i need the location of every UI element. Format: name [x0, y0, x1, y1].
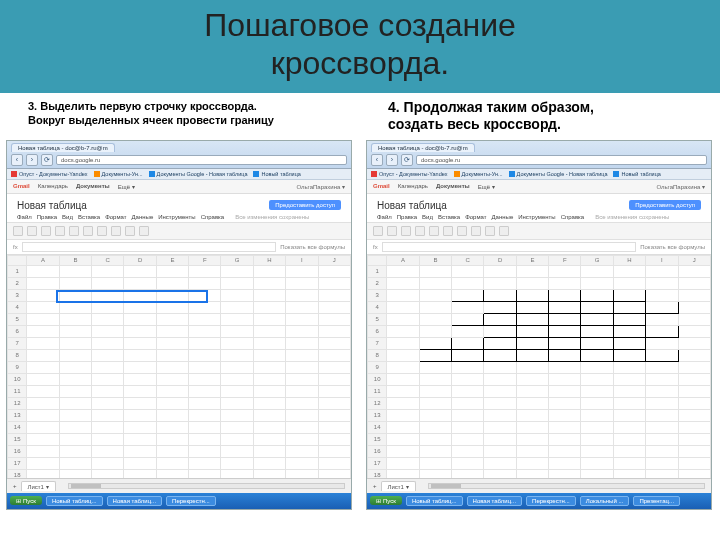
cell[interactable] [318, 265, 351, 277]
cell[interactable] [221, 265, 253, 277]
menu-insert[interactable]: Вставка [438, 214, 460, 220]
documents-link[interactable]: Документы [436, 183, 470, 189]
cell[interactable] [27, 469, 59, 478]
cell[interactable] [613, 385, 645, 397]
cell[interactable] [286, 289, 318, 301]
cell[interactable] [678, 457, 711, 469]
cell[interactable] [419, 337, 451, 349]
sheet-tab[interactable]: Лист1 ▾ [21, 481, 56, 491]
cell[interactable] [387, 301, 419, 313]
menu-data[interactable]: Данные [492, 214, 514, 220]
cell[interactable] [253, 373, 285, 385]
cell[interactable] [419, 457, 451, 469]
cell[interactable] [189, 397, 221, 409]
cell[interactable] [646, 349, 678, 361]
cell[interactable] [549, 397, 581, 409]
cell[interactable] [581, 385, 613, 397]
bookmark-item[interactable]: Новый таблица [253, 171, 300, 177]
cell[interactable] [221, 409, 253, 421]
menu-file[interactable]: Файл [17, 214, 32, 220]
toolbar-button[interactable] [429, 226, 439, 236]
cell[interactable] [387, 445, 419, 457]
cell[interactable] [92, 289, 124, 301]
cell[interactable] [452, 349, 484, 361]
cell[interactable] [678, 433, 711, 445]
gmail-link[interactable]: Gmail [13, 183, 30, 189]
cell[interactable] [549, 469, 581, 478]
menu-help[interactable]: Справка [561, 214, 585, 220]
cell[interactable] [613, 421, 645, 433]
scroll-thumb[interactable] [431, 484, 461, 488]
cell[interactable] [581, 349, 613, 361]
menu-data[interactable]: Данные [132, 214, 154, 220]
toolbar-button[interactable] [97, 226, 107, 236]
show-formulas-link[interactable]: Показать все формулы [640, 244, 705, 250]
cell[interactable] [549, 349, 581, 361]
cell[interactable] [59, 361, 91, 373]
bookmark-item[interactable]: Документы-Ун... [94, 171, 143, 177]
cell[interactable] [221, 277, 253, 289]
cell[interactable] [646, 277, 678, 289]
cell[interactable] [613, 397, 645, 409]
cell[interactable] [92, 457, 124, 469]
cell[interactable] [678, 337, 711, 349]
cell[interactable] [156, 445, 188, 457]
cell[interactable] [156, 385, 188, 397]
cell[interactable] [387, 337, 419, 349]
cell[interactable] [253, 421, 285, 433]
cell[interactable] [156, 337, 188, 349]
taskbar-item[interactable]: Перекрестн... [166, 496, 216, 506]
cell[interactable] [452, 469, 484, 478]
cell[interactable] [124, 385, 156, 397]
cell[interactable] [549, 313, 581, 325]
cell[interactable] [419, 313, 451, 325]
cell[interactable] [189, 421, 221, 433]
add-sheet-button[interactable]: + [13, 483, 17, 489]
toolbar-button[interactable] [471, 226, 481, 236]
horizontal-scrollbar[interactable] [68, 483, 345, 489]
cell[interactable] [27, 421, 59, 433]
cell[interactable] [678, 445, 711, 457]
cell[interactable] [646, 373, 678, 385]
toolbar-button[interactable] [457, 226, 467, 236]
cell[interactable] [387, 361, 419, 373]
cell[interactable] [253, 313, 285, 325]
cell[interactable] [646, 313, 678, 325]
cell[interactable] [59, 289, 91, 301]
cell[interactable] [92, 325, 124, 337]
cell[interactable] [452, 337, 484, 349]
cell[interactable] [27, 325, 59, 337]
url-bar[interactable]: docs.google.ru [416, 155, 707, 165]
cell[interactable] [516, 397, 548, 409]
cell[interactable] [419, 469, 451, 478]
cell[interactable] [286, 337, 318, 349]
menu-format[interactable]: Формат [465, 214, 486, 220]
cell[interactable] [484, 469, 516, 478]
cell[interactable] [516, 421, 548, 433]
nav-forward-button[interactable]: › [26, 154, 38, 166]
browser-tab[interactable]: Новая таблица - doc@b-7.ru@m [371, 143, 475, 152]
menu-help[interactable]: Справка [201, 214, 225, 220]
cell[interactable] [221, 457, 253, 469]
cell[interactable] [156, 349, 188, 361]
cell[interactable] [286, 385, 318, 397]
cell[interactable] [221, 325, 253, 337]
cell[interactable] [189, 301, 221, 313]
cell[interactable] [189, 313, 221, 325]
menu-format[interactable]: Формат [105, 214, 126, 220]
cell[interactable] [318, 421, 351, 433]
more-link[interactable]: Ещё ▾ [478, 183, 495, 190]
bookmark-item[interactable]: Документы Google - Новая таблица [149, 171, 248, 177]
cell[interactable] [318, 361, 351, 373]
cell[interactable] [27, 457, 59, 469]
cell[interactable] [484, 313, 516, 325]
cell[interactable] [613, 265, 645, 277]
cell[interactable] [581, 457, 613, 469]
cell[interactable] [549, 337, 581, 349]
cell[interactable] [549, 409, 581, 421]
cell[interactable] [646, 265, 678, 277]
cell[interactable] [452, 421, 484, 433]
cell[interactable] [516, 349, 548, 361]
add-sheet-button[interactable]: + [373, 483, 377, 489]
cell[interactable] [678, 265, 711, 277]
